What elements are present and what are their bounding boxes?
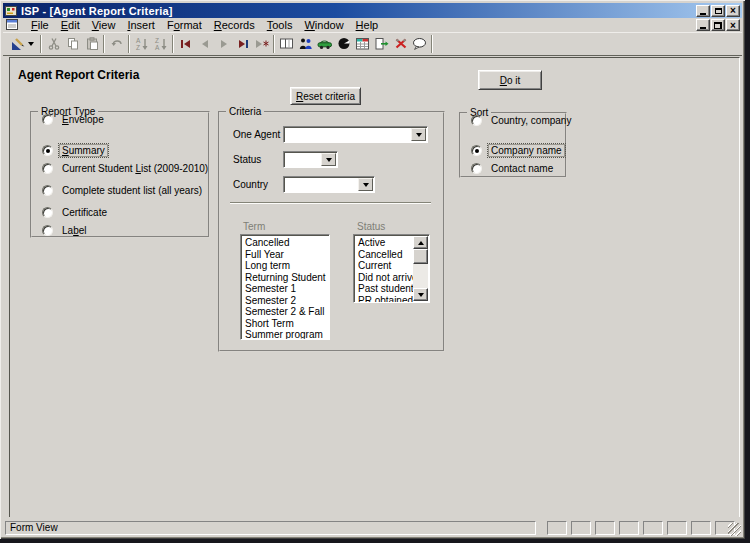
term-listbox[interactable]: CancelledFull YearLong termReturning Stu…	[240, 234, 330, 340]
radio-label: Contact name	[489, 163, 555, 174]
status-panel	[691, 521, 711, 535]
first-record-button[interactable]	[176, 34, 195, 54]
sort-descending-button[interactable]: Z A	[151, 34, 170, 54]
document-icon[interactable]	[6, 19, 19, 31]
list-item-semester-1[interactable]: Semester 1	[241, 283, 329, 295]
mdi-close-button[interactable]: ×	[726, 19, 740, 31]
svg-text:Z: Z	[155, 37, 159, 44]
restore-icon	[714, 22, 722, 29]
exit-button[interactable]	[372, 34, 391, 54]
last-record-button[interactable]	[233, 34, 252, 54]
copy-button[interactable]	[63, 34, 82, 54]
list-item-active[interactable]: Active	[354, 237, 413, 249]
do-it-button[interactable]: Do it	[478, 70, 542, 90]
radio-report-type-current-student-list-2009-2010[interactable]: Current Student List (2009-2010)	[42, 162, 210, 174]
radio-report-type-label[interactable]: Label	[42, 224, 88, 236]
radio-sort-company-name[interactable]: Company name	[471, 144, 564, 156]
separator-line	[230, 202, 431, 204]
list-item-semester-2-fall[interactable]: Semester 2 & Fall	[241, 306, 329, 318]
reset-criteria-button[interactable]: Reset criteria	[290, 87, 361, 105]
list-item-full-year[interactable]: Full Year	[241, 249, 329, 261]
menu-help[interactable]: Help	[350, 18, 385, 32]
sort-descending-icon: Z A	[154, 37, 168, 51]
list-item-short-term[interactable]: Short Term	[241, 318, 329, 330]
dropdown-button[interactable]	[321, 153, 336, 166]
maximize-button[interactable]	[711, 5, 725, 17]
delete-button[interactable]	[391, 34, 410, 54]
list-item-long-term[interactable]: Long term	[241, 260, 329, 272]
close-button[interactable]: ×	[726, 5, 740, 17]
radio-label: Envelope	[60, 114, 106, 125]
previous-record-button[interactable]	[195, 34, 214, 54]
radio-label: Company name	[488, 144, 565, 157]
calendar-button[interactable]	[353, 34, 372, 54]
status-label: Status	[233, 154, 261, 165]
menu-window[interactable]: Window	[298, 18, 349, 32]
resize-grip[interactable]	[728, 523, 741, 536]
pie-chart-button[interactable]	[334, 34, 353, 54]
window-title: ISP - [Agent Report Criteria]	[21, 5, 173, 17]
radio-icon	[42, 114, 53, 125]
title-bar[interactable]: ISP - [Agent Report Criteria] ×	[3, 3, 742, 18]
people-button[interactable]	[296, 34, 315, 54]
layout-mode-button[interactable]	[6, 34, 38, 54]
status-listbox[interactable]: ActiveCancelledCurrentDid not arrivePast…	[353, 234, 430, 303]
vertical-scrollbar[interactable]	[413, 236, 428, 301]
menu-file[interactable]: File	[25, 18, 55, 32]
country-combobox[interactable]	[283, 176, 375, 193]
menu-edit[interactable]: Edit	[55, 18, 86, 32]
list-item-returning-student[interactable]: Returning Student	[241, 272, 329, 284]
sort-ascending-button[interactable]: A Z	[132, 34, 151, 54]
list-item-did-not-arrive[interactable]: Did not arrive	[354, 272, 413, 284]
radio-label: Summary	[59, 144, 108, 157]
cut-button[interactable]	[44, 34, 63, 54]
list-item-pr-obtained[interactable]: PR obtained	[354, 295, 413, 304]
scroll-down-button[interactable]	[413, 288, 428, 301]
menu-format[interactable]: Format	[161, 18, 208, 32]
one-agent-combobox[interactable]	[283, 126, 428, 143]
radio-icon	[42, 207, 53, 218]
list-item-current[interactable]: Current	[354, 260, 413, 272]
scrollbar-thumb[interactable]	[413, 249, 428, 264]
mdi-minimize-button[interactable]	[696, 19, 710, 31]
status-combobox[interactable]	[283, 151, 338, 168]
menu-view[interactable]: View	[86, 18, 122, 32]
radio-report-type-envelope[interactable]: Envelope	[42, 113, 106, 125]
paste-button[interactable]	[82, 34, 101, 54]
status-panel	[595, 521, 615, 535]
menu-insert[interactable]: Insert	[121, 18, 161, 32]
dropdown-button[interactable]	[358, 178, 373, 191]
radio-report-type-certificate[interactable]: Certificate	[42, 206, 109, 218]
pie-chart-icon	[337, 37, 351, 50]
close-icon: ×	[730, 6, 736, 15]
list-item-cancelled[interactable]: Cancelled	[354, 249, 413, 261]
vehicle-button[interactable]	[315, 34, 334, 54]
mdi-restore-button[interactable]	[711, 19, 725, 31]
cut-icon	[47, 37, 61, 50]
radio-report-type-summary[interactable]: Summary	[42, 144, 107, 156]
window-panes-button[interactable]	[277, 34, 296, 54]
comment-button[interactable]	[410, 34, 429, 54]
list-item-summer-program[interactable]: Summer program	[241, 329, 329, 340]
dropdown-button[interactable]	[411, 128, 426, 141]
maximize-icon	[715, 8, 722, 14]
next-record-button[interactable]	[214, 34, 233, 54]
criteria-legend: Criteria	[226, 106, 264, 117]
menu-tools[interactable]: Tools	[261, 18, 299, 32]
vehicle-icon	[317, 37, 333, 50]
undo-button[interactable]	[107, 34, 126, 54]
status-bar: Form View	[3, 519, 742, 537]
menu-items: FileEditViewInsertFormatRecordsToolsWind…	[25, 18, 384, 32]
list-item-cancelled[interactable]: Cancelled	[241, 237, 329, 249]
list-item-semester-2[interactable]: Semester 2	[241, 295, 329, 307]
scroll-up-button[interactable]	[413, 236, 428, 249]
status-panel	[619, 521, 639, 535]
list-item-past-student[interactable]: Past student	[354, 283, 413, 295]
minimize-button[interactable]	[696, 5, 710, 17]
radio-sort-country-company[interactable]: Country, company	[471, 114, 573, 126]
menu-records[interactable]: Records	[208, 18, 261, 32]
radio-report-type-complete-student-list-all-years[interactable]: Complete student list (all years)	[42, 184, 204, 196]
new-record-button[interactable]	[252, 34, 271, 54]
radio-sort-contact-name[interactable]: Contact name	[471, 162, 555, 174]
toolbar-separator	[273, 35, 275, 53]
